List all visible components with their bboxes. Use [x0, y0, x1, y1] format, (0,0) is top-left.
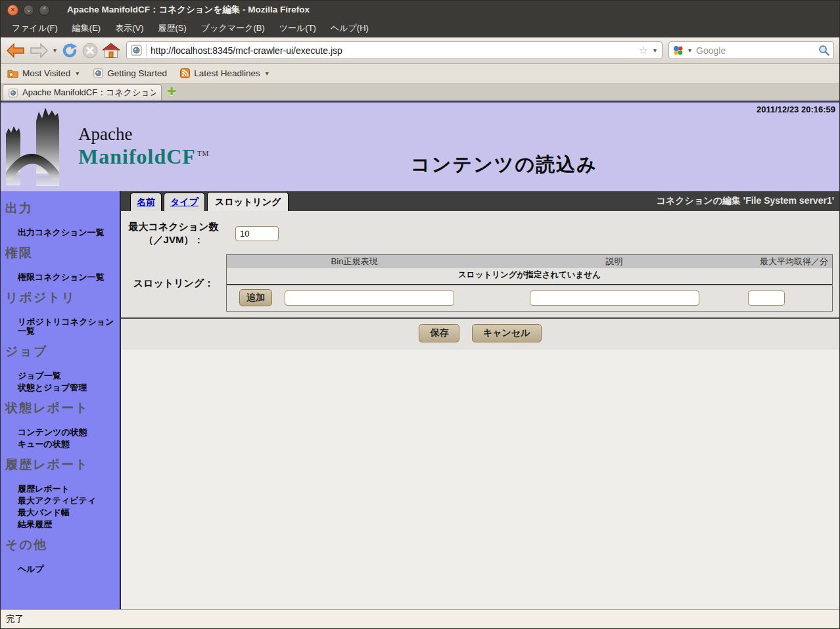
bookmark-latest-headlines[interactable]: Latest Headlines ▾	[180, 68, 270, 78]
sidebar-item-result-history[interactable]: 結果履歴	[1, 519, 120, 530]
menu-view[interactable]: 表示(V)	[109, 20, 149, 36]
window-title: Apache ManifoldCF：コネクションを編集 - Mozilla Fi…	[58, 4, 310, 16]
sidebar-item-help[interactable]: ヘルプ	[1, 563, 120, 575]
google-logo-icon	[673, 45, 684, 56]
forward-arrow-icon	[29, 42, 49, 59]
site-favicon	[131, 45, 142, 56]
column-header-bin-regexp: Bin正規表現	[227, 256, 482, 268]
status-text: 完了	[6, 613, 24, 625]
sidebar-item-history-report[interactable]: 履歴レポート	[1, 483, 120, 495]
menubar: ファイル(F) 編集(E) 表示(V) 履歴(S) ブックマーク(B) ツール(…	[1, 19, 839, 37]
column-header-max-avg-fetches: 最大平均取得／分	[747, 256, 832, 268]
max-avg-fetches-input[interactable]	[748, 291, 785, 306]
sidebar-item-repository-connections[interactable]: リポジトリコネクション一覧	[1, 316, 120, 337]
new-tab-button[interactable]: ✚	[167, 85, 176, 101]
section-title: 権限	[1, 239, 120, 271]
tab-type-link[interactable]: タイプ	[170, 197, 198, 207]
cancel-button[interactable]: キャンセル	[472, 324, 542, 342]
throttling-form: 最大コネクション数 （／JVM）： スロットリング： Bin正規表現 説明 最大…	[121, 211, 839, 319]
firefox-window: ✕ ⌄ ⌃ Apache ManifoldCF：コネクションを編集 - Mozi…	[0, 0, 840, 629]
sidebar-item-job-list[interactable]: ジョブ一覧	[1, 370, 120, 382]
search-magnifier-icon[interactable]	[818, 45, 829, 56]
sidebar-section-repository: リポジトリ リポジトリコネクション一覧	[1, 283, 120, 337]
menu-tools[interactable]: ツール(T)	[273, 20, 322, 36]
menu-file[interactable]: ファイル(F)	[6, 20, 64, 36]
url-bar[interactable]: ☆ ▾	[126, 41, 663, 59]
sidebar-section-status-reports: 状態レポート コンテンツの状態 キューの状態	[1, 394, 120, 450]
sidebar-item-max-bandwidth[interactable]: 最大バンド幅	[1, 507, 120, 519]
tab-throttling[interactable]: スロットリング	[207, 192, 289, 211]
chevron-down-icon: ▾	[74, 70, 80, 77]
navigation-toolbar: ▾	[1, 37, 839, 64]
max-connections-input[interactable]	[235, 226, 279, 241]
home-icon	[102, 42, 120, 59]
bookmarks-toolbar: Most Visited ▾ Getting Started Latest He…	[1, 64, 839, 83]
url-input[interactable]	[151, 45, 635, 56]
sidebar: 出力 出力コネクション一覧 権限 権限コネクション一覧 リポジトリ リポジトリコ…	[1, 191, 121, 609]
section-title: 出力	[1, 194, 120, 227]
reload-button[interactable]	[61, 42, 78, 59]
menu-edit[interactable]: 編集(E)	[66, 20, 106, 36]
sidebar-item-status-job-management[interactable]: 状態とジョブ管理	[1, 382, 120, 394]
back-button[interactable]	[6, 42, 26, 59]
tab-name-link[interactable]: 名前	[137, 197, 155, 207]
no-throttles-message: スロットリングが指定されていません	[227, 268, 832, 285]
bookmark-label: Getting Started	[107, 68, 167, 78]
tab-type[interactable]: タイプ	[164, 193, 205, 211]
menu-history[interactable]: 履歴(S)	[152, 20, 193, 36]
throttling-row: スロットリング： Bin正規表現 説明 最大平均取得／分 スロットリングが指定さ…	[121, 254, 839, 317]
page-viewport: 2011/12/23 20:16:59	[1, 103, 839, 609]
page-main: 出力 出力コネクション一覧 権限 権限コネクション一覧 リポジトリ リポジトリコ…	[1, 191, 839, 609]
section-title: 履歴レポート	[1, 450, 120, 483]
section-title: 状態レポート	[1, 394, 120, 427]
logo-apache: Apache	[78, 124, 209, 145]
chevron-down-icon: ▾	[264, 70, 270, 77]
sidebar-item-authority-connections[interactable]: 権限コネクション一覧	[1, 271, 120, 283]
bookmark-label: Latest Headlines	[194, 68, 260, 78]
sidebar-section-authority: 権限 権限コネクション一覧	[1, 239, 120, 283]
timestamp: 2011/12/23 20:16:59	[757, 105, 835, 114]
close-window-button[interactable]: ✕	[7, 5, 18, 16]
bookmark-star-icon[interactable]: ☆	[639, 44, 648, 57]
throttle-table-header: Bin正規表現 説明 最大平均取得／分	[227, 255, 832, 268]
sidebar-section-misc: その他 ヘルプ	[1, 530, 120, 575]
column-header-description: 説明	[482, 256, 747, 268]
stop-icon	[82, 42, 99, 59]
description-input[interactable]	[530, 291, 699, 306]
menu-bookmarks[interactable]: ブックマーク(B)	[195, 20, 271, 36]
home-button[interactable]	[102, 42, 120, 59]
url-dropdown[interactable]: ▾	[652, 47, 658, 54]
stop-button[interactable]	[82, 42, 99, 59]
editor-content: 名前 タイプ スロットリング コネクションの編集 'File System se…	[121, 191, 839, 609]
sidebar-section-output: 出力 出力コネクション一覧	[1, 194, 120, 239]
menu-help[interactable]: ヘルプ(H)	[325, 20, 375, 36]
maximize-window-button[interactable]: ⌃	[39, 5, 50, 16]
add-throttle-button[interactable]: 追加	[239, 289, 272, 306]
bookmark-getting-started[interactable]: Getting Started	[93, 68, 167, 78]
search-engine-dropdown[interactable]: ▾	[687, 47, 693, 54]
minimize-window-button[interactable]: ⌄	[23, 5, 34, 16]
throttling-label: スロットリング：	[121, 277, 226, 290]
sidebar-item-queue-status[interactable]: キューの状態	[1, 438, 120, 450]
page-title: コンテンツの読込み	[1, 152, 839, 178]
folder-icon	[7, 68, 18, 78]
search-input[interactable]	[696, 45, 815, 56]
save-button[interactable]: 保存	[419, 324, 459, 342]
section-title: ジョブ	[1, 337, 120, 370]
form-buttons: 保存 キャンセル	[121, 319, 839, 350]
bin-regexp-input[interactable]	[285, 291, 454, 306]
sidebar-item-output-connections[interactable]: 出力コネクション一覧	[1, 227, 120, 239]
throttle-add-row: 追加	[227, 285, 832, 311]
max-connections-row: 最大コネクション数 （／JVM）：	[121, 218, 839, 254]
search-bar[interactable]: ▾	[668, 41, 834, 59]
forward-button[interactable]	[29, 42, 49, 59]
browser-tab[interactable]: Apache ManifoldCF：コネクション...	[3, 84, 162, 101]
bookmark-label: Most Visited	[22, 68, 70, 78]
sidebar-item-max-activity[interactable]: 最大アクティビティ	[1, 495, 120, 507]
back-forward-dropdown[interactable]: ▾	[52, 47, 58, 54]
sidebar-item-document-status[interactable]: コンテンツの状態	[1, 427, 120, 438]
browser-tab-label: Apache ManifoldCF：コネクション...	[22, 87, 156, 99]
bookmark-most-visited[interactable]: Most Visited ▾	[7, 68, 80, 78]
max-connections-label: 最大コネクション数 （／JVM）：	[121, 220, 226, 246]
tab-name[interactable]: 名前	[130, 193, 162, 211]
